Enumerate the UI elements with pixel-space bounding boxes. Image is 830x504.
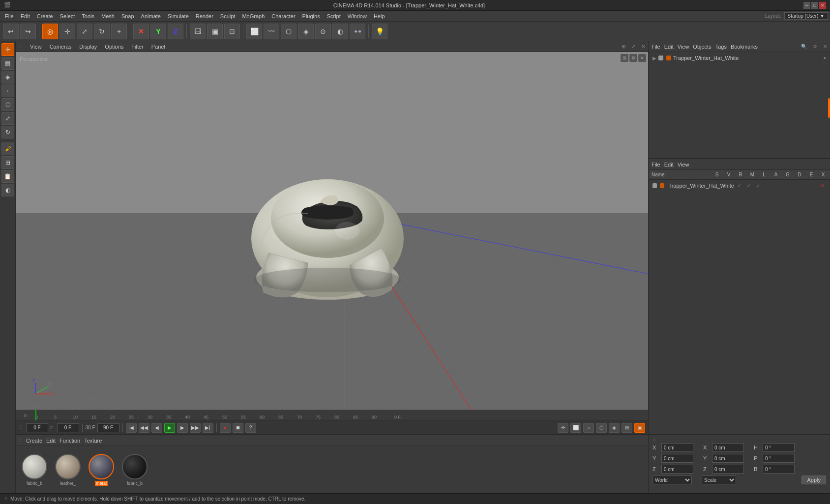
sidebar-material-btn[interactable]: ◐	[1, 184, 14, 196]
obj-top-menu-edit[interactable]: Edit	[664, 44, 674, 50]
vp-fullscreen-btn[interactable]: ⤢	[631, 44, 635, 49]
pb-goto-end[interactable]: ▶|	[203, 423, 213, 433]
current-frame-input[interactable]	[26, 423, 48, 432]
maximize-button[interactable]: □	[811, 2, 818, 9]
menu-snap[interactable]: Snap	[119, 12, 137, 20]
coord-z-pos[interactable]	[661, 465, 693, 474]
apply-button[interactable]: Apply	[801, 476, 826, 484]
vp-corner-settings[interactable]: ⚙	[629, 54, 637, 62]
render-settings-button[interactable]: 🎞	[190, 24, 206, 39]
menu-tools[interactable]: Tools	[79, 12, 97, 20]
mat-menu-create[interactable]: Create	[26, 438, 42, 444]
pb-step-fwd[interactable]: ▶	[177, 423, 188, 433]
pb-tool-5[interactable]: ◈	[609, 423, 620, 433]
window-controls[interactable]: ─ □ ✕	[803, 2, 826, 9]
mat-menu-texture[interactable]: Texture	[84, 438, 102, 444]
sidebar-point-btn[interactable]: ◦	[1, 84, 14, 97]
vp-corner-close[interactable]: ✕	[638, 54, 646, 62]
material-metal[interactable]: metal	[87, 454, 116, 486]
menu-select[interactable]: Select	[57, 12, 78, 20]
menu-script[interactable]: Script	[324, 12, 344, 20]
obj-top-close[interactable]: ✕	[823, 44, 827, 49]
scale-tool-button[interactable]: ⤢	[77, 24, 92, 39]
menu-character[interactable]: Character	[268, 12, 298, 20]
move-tool-button[interactable]: ✛	[59, 24, 75, 39]
sidebar-edge-btn[interactable]: ◈	[1, 71, 14, 84]
sidebar-move-btn[interactable]: ✛	[1, 43, 14, 56]
obj-top-menu-file[interactable]: File	[652, 44, 660, 50]
add-spline-button[interactable]: 〰	[264, 24, 279, 39]
pb-stop[interactable]: ⏹	[233, 423, 243, 433]
sidebar-rotate-btn[interactable]: ↻	[1, 126, 14, 139]
pb-tool-6[interactable]: ⊞	[622, 423, 632, 433]
menu-edit[interactable]: Edit	[18, 12, 33, 20]
sidebar-layer-btn[interactable]: 📋	[1, 170, 14, 183]
obj-top-menu-bookmarks[interactable]: Bookmarks	[731, 44, 758, 50]
obj-bottom-menu-file[interactable]: File	[652, 162, 660, 168]
display-mode-button[interactable]: 💡	[372, 24, 387, 39]
glasses-button[interactable]: 👓	[350, 24, 365, 39]
add-nurbs-button[interactable]: ⬡	[281, 24, 296, 39]
material-leather[interactable]: leather_	[53, 454, 83, 486]
menu-render[interactable]: Render	[193, 12, 216, 20]
pb-prev-keyframe[interactable]: ◀◀	[139, 423, 149, 433]
viewport-corners[interactable]: ⊞ ⚙ ✕	[621, 54, 646, 62]
obj-bottom-row-hat[interactable]: Trapper_Winter_Hat_White ✓ ✓ ✓ - - - - -…	[651, 182, 828, 190]
menu-file[interactable]: File	[2, 12, 17, 20]
menu-help[interactable]: Help	[371, 12, 388, 20]
obj-top-settings[interactable]: ⚙	[813, 44, 817, 49]
add-camera-button[interactable]: ⊙	[315, 24, 331, 39]
menu-window[interactable]: Window	[345, 12, 370, 20]
redo-button[interactable]: ↪	[20, 24, 36, 39]
vp-menu-cameras[interactable]: Cameras	[48, 44, 74, 50]
pb-tool-1[interactable]: ✛	[558, 423, 568, 433]
pb-next-keyframe[interactable]: ▶▶	[190, 423, 201, 433]
menu-mograph[interactable]: MoGraph	[239, 12, 267, 20]
add-light-button[interactable]: ◐	[332, 24, 348, 39]
sidebar-grid-btn[interactable]: ⊞	[1, 156, 14, 169]
3d-viewport[interactable]: Perspective ⊞ ⚙ ✕ Y X Z	[16, 52, 648, 410]
coord-h-val[interactable]	[763, 443, 795, 452]
obj-row-hat[interactable]: ▶ Trapper_Winter_Hat_White ●	[651, 54, 828, 62]
obj-bottom-menu-edit[interactable]: Edit	[664, 162, 674, 168]
pb-tool-2[interactable]: ⬜	[570, 423, 581, 433]
undo-button[interactable]: ↩	[3, 24, 19, 39]
rotate-tool-button[interactable]: ↻	[94, 24, 110, 39]
sidebar-obj-btn[interactable]: ⬡	[1, 98, 14, 111]
coord-x-pos[interactable]	[661, 443, 693, 452]
x-axis-button[interactable]: ✕	[133, 24, 149, 39]
vp-menu-display[interactable]: Display	[77, 44, 99, 50]
pb-layer-btn[interactable]: ▣	[634, 423, 645, 433]
coord-y-scale[interactable]	[712, 454, 744, 463]
menu-simulate[interactable]: Simulate	[165, 12, 192, 20]
menu-mesh[interactable]: Mesh	[98, 12, 118, 20]
obj-top-menu-tags[interactable]: Tags	[715, 44, 727, 50]
sidebar-paint-btn[interactable]: 🖌	[1, 142, 14, 155]
menu-plugins[interactable]: Plugins	[299, 12, 323, 20]
vp-menu-filter[interactable]: Filter	[129, 44, 145, 50]
vp-close-btn[interactable]: ✕	[641, 44, 645, 49]
add-cube-button[interactable]: ⬜	[246, 24, 262, 39]
material-fabric-b-2[interactable]: fabric_b	[120, 454, 149, 486]
z-axis-button[interactable]: Z	[168, 24, 183, 39]
minimize-button[interactable]: ─	[803, 2, 810, 9]
end-frame-input[interactable]	[97, 423, 119, 432]
render-active-button[interactable]: ⊡	[224, 24, 240, 39]
pb-step-back[interactable]: ◀	[151, 423, 162, 433]
add-deformer-button[interactable]: ◈	[298, 24, 314, 39]
coord-system-select[interactable]: World Local Object	[652, 476, 692, 484]
vp-corner-expand[interactable]: ⊞	[621, 54, 628, 62]
pb-play[interactable]: ▶	[164, 423, 175, 433]
coord-p-val[interactable]	[763, 454, 795, 463]
obj-top-menu-objects[interactable]: Objects	[693, 44, 711, 50]
pb-record[interactable]: ●	[220, 423, 231, 433]
frame-display[interactable]	[57, 423, 79, 432]
obj-bottom-menu-view[interactable]: View	[678, 162, 689, 168]
mat-menu-edit[interactable]: Edit	[46, 438, 56, 444]
coord-y-pos[interactable]	[661, 454, 693, 463]
timeline[interactable]: 0 0 5 10 15 20 25 30 35 40 45 50 55 60 6…	[16, 410, 648, 420]
pb-loop[interactable]: ?	[245, 423, 256, 433]
coord-b-val[interactable]	[763, 465, 795, 474]
menu-animate[interactable]: Animate	[138, 12, 164, 20]
render-region-button[interactable]: ▣	[207, 24, 223, 39]
